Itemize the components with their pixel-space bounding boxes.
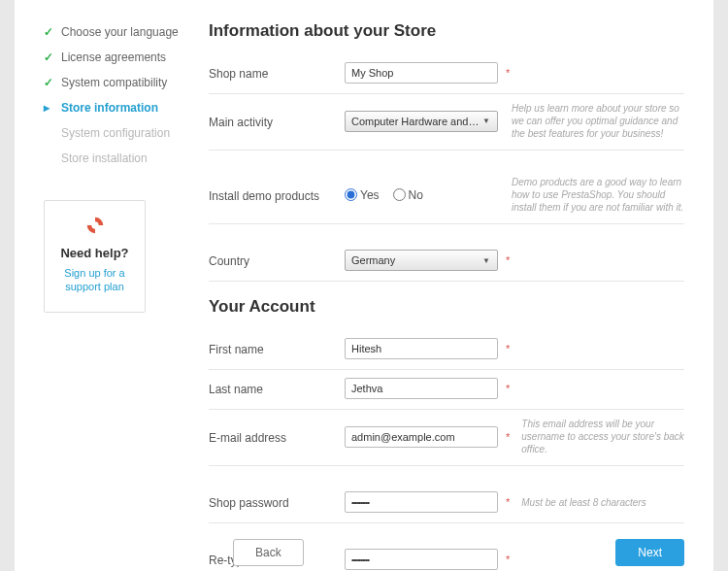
step-license[interactable]: ✓License agreements	[44, 45, 189, 70]
row-password: Shop password * Must be at least 8 chara…	[209, 484, 684, 523]
password-label: Shop password	[209, 494, 345, 510]
help-title: Need help?	[52, 246, 137, 260]
first-name-input[interactable]	[345, 338, 498, 359]
select-value: Computer Hardware and Softw…	[351, 116, 480, 127]
footer-nav: Back Next	[233, 539, 684, 566]
password-input[interactable]	[345, 491, 498, 513]
next-button[interactable]: Next	[615, 539, 684, 566]
chevron-down-icon: ▼	[480, 115, 493, 128]
caret-right-icon: ▸	[44, 101, 53, 115]
step-label: License agreements	[61, 50, 166, 64]
main-activity-select[interactable]: Computer Hardware and Softw… ▼	[345, 111, 498, 132]
step-store-install: ·Store installation	[44, 146, 189, 171]
account-heading: Your Account	[209, 297, 684, 317]
check-icon: ✓	[44, 25, 53, 39]
email-label: E-mail address	[209, 429, 345, 445]
chevron-down-icon: ▼	[480, 253, 493, 267]
radio-no[interactable]	[393, 188, 406, 201]
row-country: Country Germany ▼ *	[209, 242, 684, 282]
shop-name-input[interactable]	[345, 62, 498, 84]
install-steps-sidebar: ✓Choose your language ✓License agreement…	[15, 10, 199, 571]
svg-point-1	[92, 222, 98, 228]
install-demo-label: Install demo products	[209, 187, 345, 203]
row-first-name: First name *	[209, 330, 684, 370]
main-activity-label: Main activity	[209, 114, 345, 129]
step-compatibility[interactable]: ✓System compatibility	[44, 70, 189, 95]
install-demo-yes[interactable]: Yes	[345, 188, 380, 202]
help-box: Need help? Sign up for a support plan	[44, 200, 146, 313]
main-form: Information about your Store Shop name *…	[199, 10, 713, 571]
lifebuoy-icon	[84, 215, 106, 236]
password-hint: Must be at least 8 characters	[510, 496, 684, 509]
email-hint: This email address will be your username…	[510, 418, 684, 455]
back-button[interactable]: Back	[233, 539, 304, 566]
required-marker: *	[506, 67, 510, 79]
row-shop-name: Shop name *	[209, 54, 684, 94]
country-select[interactable]: Germany ▼	[345, 250, 498, 271]
required-marker: *	[506, 383, 510, 394]
country-label: Country	[209, 252, 345, 268]
shop-name-label: Shop name	[209, 65, 345, 81]
email-input[interactable]	[345, 426, 498, 448]
step-label: Choose your language	[61, 25, 179, 39]
check-icon: ✓	[44, 50, 53, 64]
step-system-config: ·System configuration	[44, 120, 189, 146]
row-email: E-mail address * This email address will…	[209, 410, 684, 466]
required-marker: *	[506, 343, 510, 354]
required-marker: *	[506, 254, 510, 266]
step-label: Store installation	[61, 151, 148, 165]
last-name-label: Last name	[209, 381, 345, 396]
main-activity-hint: Help us learn more about your store so w…	[500, 102, 684, 140]
row-last-name: Last name *	[209, 370, 684, 410]
store-heading: Information about your Store	[209, 21, 684, 41]
step-label: System configuration	[61, 126, 170, 140]
select-value: Germany	[351, 254, 395, 266]
install-demo-no[interactable]: No	[393, 188, 423, 202]
step-label: Store information	[61, 101, 158, 115]
install-demo-hint: Demo products are a good way to learn ho…	[500, 176, 684, 214]
step-language[interactable]: ✓Choose your language	[44, 19, 189, 45]
row-main-activity: Main activity Computer Hardware and Soft…	[209, 94, 684, 151]
first-name-label: First name	[209, 341, 345, 356]
radio-yes[interactable]	[345, 188, 357, 201]
step-label: System compatibility	[61, 76, 167, 89]
support-plan-link[interactable]: Sign up for a support plan	[52, 266, 137, 294]
step-store-info[interactable]: ▸Store information	[44, 95, 189, 120]
last-name-input[interactable]	[345, 378, 498, 399]
row-install-demo: Install demo products Yes No Demo produc…	[209, 168, 684, 224]
check-icon: ✓	[44, 76, 53, 89]
